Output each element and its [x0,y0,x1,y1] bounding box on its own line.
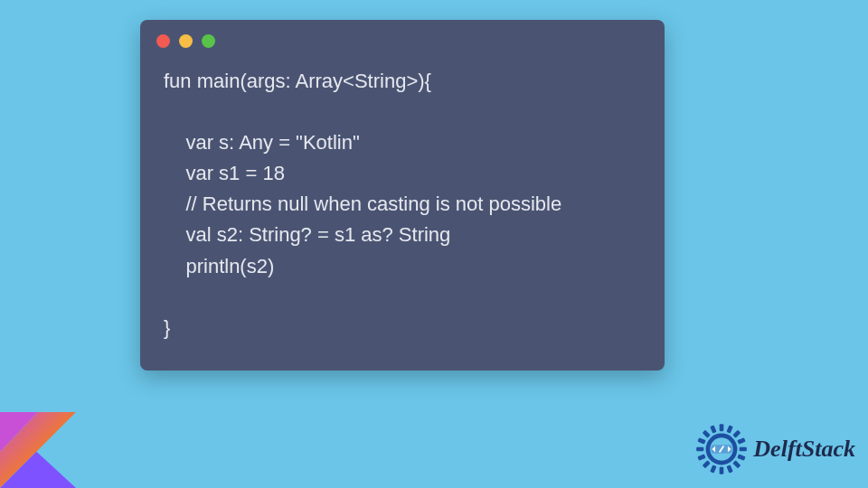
minimize-dot-icon [179,34,193,48]
svg-rect-11 [733,460,741,468]
code-window: fun main(args: Array<String>){ var s: An… [140,20,665,371]
svg-rect-16 [711,425,717,433]
svg-rect-6 [697,447,704,452]
svg-rect-5 [720,467,724,474]
delftstack-branding: DelftStack [695,423,855,475]
kotlin-logo-icon [0,412,76,488]
svg-rect-19 [738,437,746,444]
svg-rect-8 [733,430,741,438]
svg-rect-14 [698,437,706,444]
svg-rect-13 [711,465,717,473]
svg-rect-15 [738,454,746,460]
svg-rect-7 [740,447,747,452]
close-dot-icon [156,34,170,48]
svg-rect-12 [727,425,733,433]
svg-rect-9 [703,460,711,468]
code-block: fun main(args: Array<String>){ var s: An… [140,55,665,349]
maximize-dot-icon [202,34,215,48]
brand-name: DelftStack [753,436,855,463]
window-titlebar [140,20,665,55]
svg-rect-18 [698,454,706,460]
gear-logo-icon [695,423,748,475]
svg-rect-17 [727,465,733,473]
svg-rect-10 [703,430,711,438]
svg-rect-4 [720,424,724,431]
